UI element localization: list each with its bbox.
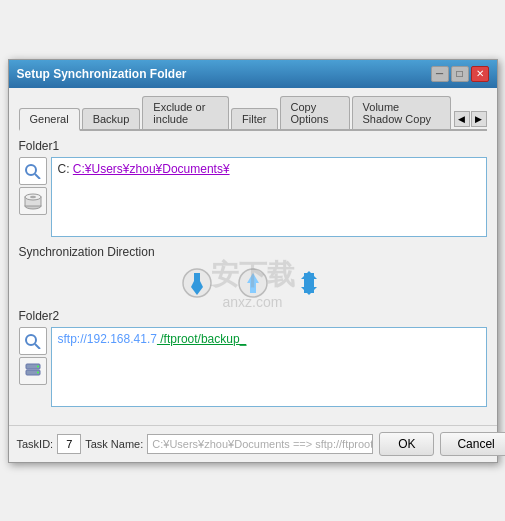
sync-arrow-down-button[interactable] — [179, 265, 215, 301]
disk-icon — [24, 192, 42, 210]
task-name-label: Task Name: — [85, 438, 143, 450]
folder2-icons — [19, 327, 47, 385]
folder1-label: Folder1 — [19, 139, 487, 153]
sync-arrow-up-button[interactable] — [235, 265, 271, 301]
folder1-disk-icon — [19, 187, 47, 215]
task-id-label: TaskID: — [17, 438, 54, 450]
window-title: Setup Synchronization Folder — [17, 67, 187, 81]
svg-line-19 — [35, 344, 40, 349]
cancel-button[interactable]: Cancel — [440, 432, 505, 456]
search-icon — [24, 163, 42, 179]
arrow-up-icon — [237, 265, 269, 301]
folder1-box: C: C:¥Users¥zhou¥Documents¥ — [19, 157, 487, 237]
sync-direction-label: Synchronization Direction — [19, 245, 487, 259]
ok-button[interactable]: OK — [379, 432, 434, 456]
svg-line-1 — [35, 174, 40, 179]
svg-rect-9 — [194, 273, 200, 285]
folder2-box: sftp://192.168.41.7 /ftproot/backup_ — [19, 327, 487, 407]
folder2-path-wrapper: sftp://192.168.41.7 /ftproot/backup_ — [51, 327, 487, 407]
folder2-browse-button[interactable] — [19, 327, 47, 355]
sync-arrows-container: 安下载 anxz.com — [19, 265, 487, 301]
search-icon-2 — [24, 333, 42, 349]
folder2-server-icon — [19, 357, 47, 385]
folder1-path: C:¥Users¥zhou¥Documents¥ — [73, 162, 230, 176]
folder1-icons — [19, 157, 47, 215]
title-bar: Setup Synchronization Folder ─ □ ✕ — [9, 60, 497, 88]
tab-scroll-right[interactable]: ▶ — [471, 111, 487, 127]
folder2-path-display[interactable]: sftp://192.168.41.7 /ftproot/backup_ — [51, 327, 487, 407]
close-button[interactable]: ✕ — [471, 66, 489, 82]
tab-scroll-arrows: ◀ ▶ — [454, 111, 487, 129]
folder1-path-wrapper: C: C:¥Users¥zhou¥Documents¥ — [51, 157, 487, 237]
main-window: Setup Synchronization Folder ─ □ ✕ Gener… — [8, 59, 498, 463]
sync-direction-section: Synchronization Direction 安下载 anxz.com — [19, 245, 487, 301]
minimize-button[interactable]: ─ — [431, 66, 449, 82]
folder2-label: Folder2 — [19, 309, 487, 323]
svg-point-0 — [26, 165, 36, 175]
sync-arrow-both-button[interactable] — [291, 265, 327, 301]
folder2-host: sftp://192.168.41.7 — [58, 332, 157, 346]
folder1-path-display[interactable]: C: C:¥Users¥zhou¥Documents¥ — [51, 157, 487, 237]
tab-exclude-include[interactable]: Exclude or include — [142, 96, 229, 129]
tab-general[interactable]: General — [19, 108, 80, 131]
svg-point-22 — [37, 365, 39, 367]
tab-bar: General Backup Exclude or include Filter… — [19, 96, 487, 131]
tab-scroll-left[interactable]: ◀ — [454, 111, 470, 127]
window-controls: ─ □ ✕ — [431, 66, 489, 82]
tab-filter[interactable]: Filter — [231, 108, 277, 129]
arrow-both-icon — [293, 265, 325, 301]
task-id-value: 7 — [57, 434, 81, 454]
folder1-drive: C: — [58, 162, 73, 176]
arrow-down-icon — [181, 265, 213, 301]
bottom-bar: TaskID: 7 Task Name: C:¥Users¥zhou¥Docum… — [9, 425, 497, 462]
maximize-button[interactable]: □ — [451, 66, 469, 82]
svg-point-5 — [30, 195, 36, 197]
svg-point-23 — [37, 371, 39, 373]
tab-copy-options[interactable]: Copy Options — [280, 96, 350, 129]
folder1-browse-button[interactable] — [19, 157, 47, 185]
task-name-value: C:¥Users¥zhou¥Documents ==> sftp://ftpro… — [147, 434, 373, 454]
tab-backup[interactable]: Backup — [82, 108, 141, 129]
task-info: TaskID: 7 Task Name: C:¥Users¥zhou¥Docum… — [17, 434, 374, 454]
svg-point-18 — [26, 335, 36, 345]
tab-volume-shadow-copy[interactable]: Volume Shadow Copy — [352, 96, 452, 129]
folder2-path: /ftproot/backup_ — [157, 332, 246, 346]
dialog-content: General Backup Exclude or include Filter… — [9, 88, 497, 425]
server-icon — [24, 362, 42, 380]
svg-marker-17 — [301, 287, 317, 295]
dialog-buttons: OK Cancel Help — [379, 432, 505, 456]
